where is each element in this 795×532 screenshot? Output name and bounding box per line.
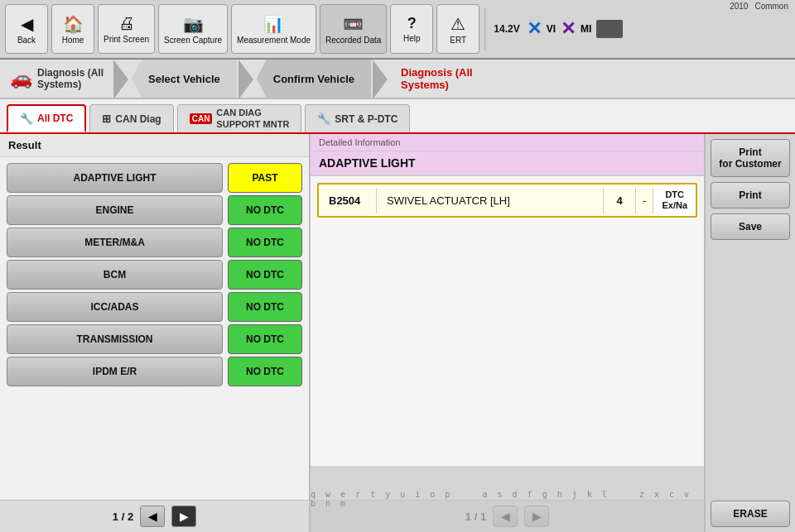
main-content: Result ADAPTIVE LIGHT PAST ENGINE — [0, 134, 795, 532]
detail-table-area: B2504 SWIVEL ACTUATCR [LH] 4 - DTCEx/Na — [311, 176, 704, 500]
breadcrumb-arrow-1 — [113, 60, 128, 99]
system-row-bcm: BCM NO DTC — [7, 260, 302, 290]
dtc-description: SWIVEL ACTUATCR [LH] — [377, 188, 603, 213]
back-icon: ◀ — [21, 14, 33, 34]
breadcrumb-diagnosis-all: 🚗 Diagnosis (AllSystems) — [0, 60, 113, 98]
meter-status: NO DTC — [228, 228, 302, 257]
help-button[interactable]: ? Help — [390, 4, 433, 54]
system-row-icc: ICC/ADAS NO DTC — [7, 292, 302, 322]
engine-status: NO DTC — [228, 195, 302, 225]
icc-button[interactable]: ICC/ADAS — [7, 292, 223, 322]
home-label: Home — [62, 36, 84, 45]
year-label: 2010 — [730, 2, 748, 11]
print-screen-label: Print Screen — [104, 35, 149, 44]
dtc-dash: - — [636, 188, 653, 213]
select-vehicle-button[interactable]: Select Vehicle — [132, 60, 237, 98]
breadcrumb-arrow-2 — [238, 60, 253, 99]
tab-bar: 🔧 All DTC ⊞ CAN Diag CAN CAN DIAGSUPPORT… — [0, 99, 795, 134]
tab-can-diag[interactable]: ⊞ CAN Diag — [89, 104, 173, 132]
home-icon: 🏠 — [63, 14, 84, 34]
print-screen-icon: 🖨 — [118, 14, 135, 33]
bcm-button[interactable]: BCM — [7, 260, 223, 290]
vi-label: VI — [547, 23, 556, 35]
bcm-status: NO DTC — [228, 260, 302, 290]
left-panel: Result ADAPTIVE LIGHT PAST ENGINE — [0, 134, 311, 532]
transmission-button[interactable]: TRANSMISSION — [7, 324, 223, 354]
ert-button[interactable]: ⚠ ERT — [436, 4, 479, 54]
ipdm-button[interactable]: IPDM E/R — [7, 357, 223, 386]
dtc-row: B2504 SWIVEL ACTUATCR [LH] 4 - DTCEx/Na — [317, 183, 697, 218]
toolbar-separator — [484, 8, 485, 50]
tab-all-dtc[interactable]: 🔧 All DTC — [7, 104, 86, 132]
rect-icon — [596, 20, 623, 38]
print-button[interactable]: Print — [711, 182, 790, 208]
system-row-engine: ENGINE NO DTC — [7, 195, 302, 225]
tab-srt-pdtc[interactable]: 🔧 SRT & P-DTC — [305, 104, 410, 132]
select-vehicle-label: Select Vehicle — [148, 73, 220, 85]
voltage-label: 14.2V — [494, 23, 519, 35]
measurement-icon: 📊 — [263, 14, 284, 34]
dtc-exna-button[interactable]: DTCEx/Na — [653, 185, 696, 216]
recorded-data-button[interactable]: 📼 Recorded Data — [320, 4, 387, 54]
recorded-data-label: Recorded Data — [325, 36, 381, 45]
system-row-ipdm: IPDM E/R NO DTC — [7, 357, 302, 386]
srt-icon: 🔧 — [317, 113, 330, 125]
system-list: ADAPTIVE LIGHT PAST ENGINE NO DTC — [0, 157, 309, 500]
mi-x-icon[interactable]: ✕ — [561, 18, 576, 40]
all-dtc-icon: 🔧 — [20, 113, 33, 125]
system-row-adaptive-light: ADAPTIVE LIGHT PAST — [7, 163, 302, 193]
ert-label: ERT — [450, 36, 466, 45]
home-button[interactable]: 🏠 Home — [51, 4, 94, 54]
tab-can-diag-support[interactable]: CAN CAN DIAGSUPPORT MNTR — [177, 104, 302, 132]
left-page-info: 1 / 2 — [113, 510, 133, 523]
dtc-count: 4 — [603, 188, 636, 213]
diagnosis-all-label: Diagnosis (AllSystems) — [37, 67, 104, 90]
engine-button[interactable]: ENGINE — [7, 195, 223, 225]
help-icon: ? — [407, 15, 417, 32]
print-screen-button[interactable]: 🖨 Print Screen — [98, 4, 155, 54]
recorded-data-icon: 📼 — [343, 14, 364, 34]
help-label: Help — [403, 34, 421, 43]
measurement-mode-label: Measurement Mode — [237, 36, 311, 45]
mi-label: MI — [581, 23, 591, 35]
transmission-status: NO DTC — [228, 324, 302, 354]
system-row-transmission: TRANSMISSION NO DTC — [7, 324, 302, 354]
confirm-vehicle-label: Confirm Vehicle — [273, 73, 354, 85]
toolbar-top-info: 2010 Common — [723, 0, 795, 12]
keyboard-text: q w e r t y u i o p a s d f g h j k l z … — [311, 490, 704, 508]
detail-title: ADAPTIVE LIGHT — [311, 151, 704, 176]
left-pagination: 1 / 2 ◀ ▶ — [0, 500, 309, 532]
back-button[interactable]: ◀ Back — [5, 4, 48, 54]
vi-x-icon[interactable]: ✕ — [527, 18, 542, 40]
breadcrumb: 🚗 Diagnosis (AllSystems) Select Vehicle … — [0, 60, 795, 99]
adaptive-light-button[interactable]: ADAPTIVE LIGHT — [7, 163, 223, 193]
save-button[interactable]: Save — [711, 213, 790, 240]
right-main: Detailed Information ADAPTIVE LIGHT B250… — [311, 134, 704, 532]
print-for-customer-button[interactable]: Printfor Customer — [711, 139, 790, 177]
keyboard-overlay: q w e r t y u i o p a s d f g h j k l z … — [311, 466, 704, 532]
erase-button[interactable]: ERASE — [711, 501, 790, 527]
left-page-play[interactable]: ▶ — [171, 506, 196, 527]
tab-srt-pdtc-label: SRT & P-DTC — [335, 113, 398, 125]
common-label: Common — [754, 2, 788, 11]
left-page-prev[interactable]: ◀ — [140, 506, 165, 527]
warning-icon: ⚠ — [450, 14, 465, 34]
adaptive-light-status: PAST — [228, 163, 302, 193]
tab-all-dtc-label: All DTC — [37, 113, 73, 124]
measurement-mode-button[interactable]: 📊 Measurement Mode — [231, 4, 316, 54]
dtc-code: B2504 — [319, 188, 377, 213]
screen-capture-label: Screen Capture — [164, 36, 222, 45]
screen-capture-button[interactable]: 📷 Screen Capture — [158, 4, 228, 54]
can-support-icon: CAN — [190, 113, 213, 124]
breadcrumb-diagnosis-active: Diagnosis (AllSystems) — [388, 60, 486, 98]
diagnosis-active-label: Diagnosis (AllSystems) — [401, 66, 473, 91]
camera-icon: 📷 — [183, 14, 204, 34]
system-row-meter: METER/M&A NO DTC — [7, 228, 302, 257]
tab-can-diag-support-label: CAN DIAGSUPPORT MNTR — [216, 108, 289, 129]
detail-header: Detailed Information — [311, 134, 704, 151]
ipdm-status: NO DTC — [228, 357, 302, 386]
confirm-vehicle-button[interactable]: Confirm Vehicle — [257, 60, 371, 98]
icc-status: NO DTC — [228, 292, 302, 322]
tab-can-diag-label: CAN Diag — [115, 113, 161, 125]
meter-button[interactable]: METER/M&A — [7, 228, 223, 257]
